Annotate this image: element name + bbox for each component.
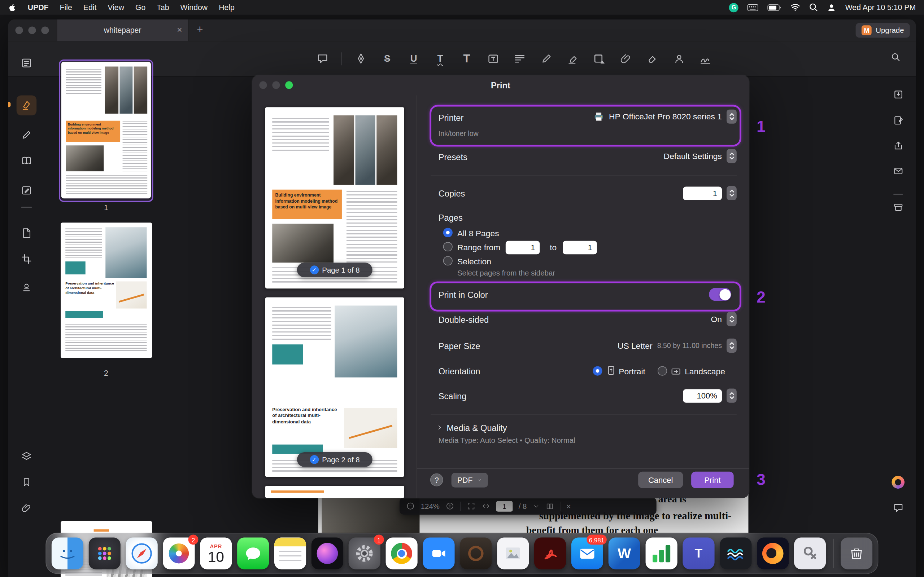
text-tool-icon[interactable]: T bbox=[459, 51, 474, 66]
dock-mail-icon[interactable]: 6,981 bbox=[571, 538, 603, 569]
stamp-panel-icon[interactable] bbox=[16, 277, 37, 298]
underline-tool-icon[interactable]: U bbox=[406, 51, 421, 66]
disclosure-chevron-icon[interactable] bbox=[436, 424, 443, 431]
page-number-input[interactable] bbox=[496, 501, 513, 511]
print-preview-page-2[interactable]: Preservation and inheritance of architec… bbox=[265, 297, 404, 477]
landscape-label[interactable]: Landscape bbox=[685, 367, 725, 376]
dock-chrome-icon[interactable] bbox=[386, 538, 418, 569]
menu-view[interactable]: View bbox=[108, 3, 124, 11]
note-edit-panel-icon[interactable] bbox=[16, 180, 37, 200]
thumbnail-page-2[interactable]: Preservation and inheritance of architec… bbox=[61, 222, 152, 358]
page-layout-icon[interactable] bbox=[546, 502, 554, 510]
menu-tab[interactable]: Tab bbox=[157, 3, 169, 11]
zoom-level[interactable]: 124% bbox=[421, 502, 439, 510]
dock-charts-app-icon[interactable] bbox=[646, 538, 677, 569]
shape-pin-tool-icon[interactable] bbox=[353, 51, 368, 66]
dock-waves-app-icon[interactable] bbox=[720, 538, 751, 569]
dock-word-icon[interactable]: W bbox=[609, 538, 640, 569]
comment-tool-icon[interactable] bbox=[315, 51, 330, 66]
minimize-window-button[interactable] bbox=[28, 26, 36, 34]
zoom-in-icon[interactable] bbox=[446, 501, 454, 510]
all-pages-label[interactable]: All 8 Pages bbox=[457, 228, 499, 238]
attachment-panel-icon[interactable] bbox=[16, 498, 37, 518]
callout-tool-icon[interactable] bbox=[512, 51, 527, 66]
bookmark-panel-icon[interactable] bbox=[16, 472, 37, 492]
dock-creative-app-icon[interactable] bbox=[312, 538, 343, 569]
portrait-label[interactable]: Portrait bbox=[619, 367, 645, 376]
dock-trash-icon[interactable] bbox=[841, 538, 872, 569]
print-button[interactable]: Print bbox=[691, 472, 734, 488]
dock-keychain-icon[interactable] bbox=[794, 538, 826, 569]
eraser-tool-icon[interactable] bbox=[645, 51, 660, 66]
presets-stepper[interactable] bbox=[727, 149, 737, 163]
archive-box-icon[interactable] bbox=[890, 199, 906, 216]
dock-photos-icon[interactable]: 2 bbox=[163, 538, 195, 569]
menu-file[interactable]: File bbox=[60, 3, 72, 11]
squiggly-underline-tool-icon[interactable]: T bbox=[432, 51, 447, 66]
reading-mode-icon[interactable] bbox=[16, 151, 37, 171]
menu-go[interactable]: Go bbox=[135, 3, 145, 11]
copies-stepper[interactable] bbox=[727, 186, 737, 200]
range-label[interactable]: Range from bbox=[457, 243, 500, 252]
layers-panel-icon[interactable] bbox=[16, 446, 37, 467]
menu-window[interactable]: Window bbox=[181, 3, 208, 11]
new-tab-button[interactable]: + bbox=[197, 23, 203, 36]
scaling-stepper[interactable] bbox=[727, 389, 737, 403]
strikethrough-tool-icon[interactable]: S bbox=[380, 51, 394, 66]
cancel-button[interactable]: Cancel bbox=[638, 472, 683, 488]
share-icon[interactable] bbox=[890, 137, 906, 154]
shapes-dropdown-icon[interactable] bbox=[591, 51, 607, 66]
range-to-input[interactable] bbox=[563, 241, 597, 255]
apple-menu-icon[interactable] bbox=[8, 3, 16, 11]
edit-pdf-panel-icon[interactable] bbox=[16, 125, 37, 145]
all-pages-radio[interactable] bbox=[443, 228, 452, 237]
grammarly-icon[interactable]: G bbox=[729, 3, 738, 12]
fit-width-icon[interactable] bbox=[481, 501, 490, 510]
dock-acrobat-icon[interactable] bbox=[534, 538, 566, 569]
print-preview-page-1[interactable]: Building environment information modelin… bbox=[265, 107, 404, 288]
edit-document-icon[interactable] bbox=[890, 112, 906, 128]
dock-zoom-icon[interactable] bbox=[423, 538, 454, 569]
double-sided-select[interactable]: On bbox=[711, 312, 736, 326]
dock-dark-app-icon[interactable] bbox=[460, 538, 492, 569]
attachment-tool-icon[interactable] bbox=[618, 51, 633, 66]
printer-stepper[interactable] bbox=[727, 110, 737, 124]
paper-size-stepper[interactable] bbox=[727, 338, 737, 353]
zoom-out-icon[interactable] bbox=[406, 501, 415, 510]
battery-icon[interactable] bbox=[767, 4, 782, 11]
close-controls-icon[interactable]: × bbox=[566, 501, 571, 511]
close-tab-icon[interactable]: × bbox=[177, 25, 182, 35]
upgrade-button[interactable]: M Upgrade bbox=[856, 23, 910, 38]
scan-import-icon[interactable] bbox=[890, 86, 906, 102]
help-button[interactable]: ? bbox=[430, 474, 443, 487]
dock-calendar-icon[interactable]: APR10 bbox=[200, 538, 232, 569]
wifi-icon[interactable] bbox=[790, 3, 801, 11]
dock-launchpad-icon[interactable] bbox=[89, 538, 121, 569]
selection-label[interactable]: Selection bbox=[457, 257, 491, 266]
dialog-zoom-button[interactable] bbox=[285, 81, 293, 89]
mail-icon[interactable] bbox=[890, 163, 906, 179]
fit-page-icon[interactable] bbox=[467, 501, 475, 510]
updf-ai-logo-icon[interactable] bbox=[890, 474, 906, 490]
dock-firefox-icon[interactable] bbox=[757, 538, 789, 569]
keyboard-input-icon[interactable] bbox=[748, 4, 759, 11]
menu-help[interactable]: Help bbox=[219, 3, 234, 11]
double-sided-stepper[interactable] bbox=[727, 312, 737, 326]
dock-preview-app-icon[interactable] bbox=[497, 538, 529, 569]
range-from-input[interactable] bbox=[506, 241, 540, 255]
menubar-app-name[interactable]: UPDF bbox=[28, 3, 49, 11]
selection-radio[interactable] bbox=[443, 256, 452, 266]
scaling-input[interactable] bbox=[683, 389, 722, 403]
stamp-person-icon[interactable] bbox=[671, 51, 687, 66]
printer-select[interactable]: HP OfficeJet Pro 8020 series 1 bbox=[594, 110, 737, 124]
dock-finder-icon[interactable] bbox=[52, 538, 83, 569]
portrait-radio[interactable] bbox=[593, 366, 602, 376]
range-radio[interactable] bbox=[443, 242, 452, 251]
dialog-minimize-button[interactable] bbox=[272, 81, 280, 89]
print-in-color-toggle[interactable] bbox=[709, 288, 731, 301]
close-window-button[interactable] bbox=[15, 26, 23, 34]
zoom-window-button[interactable] bbox=[41, 26, 49, 34]
paper-size-select[interactable]: US Letter 8.50 by 11.00 inches bbox=[617, 338, 737, 353]
chevron-down-icon[interactable] bbox=[533, 502, 540, 509]
reader-panel-icon[interactable] bbox=[16, 53, 37, 73]
